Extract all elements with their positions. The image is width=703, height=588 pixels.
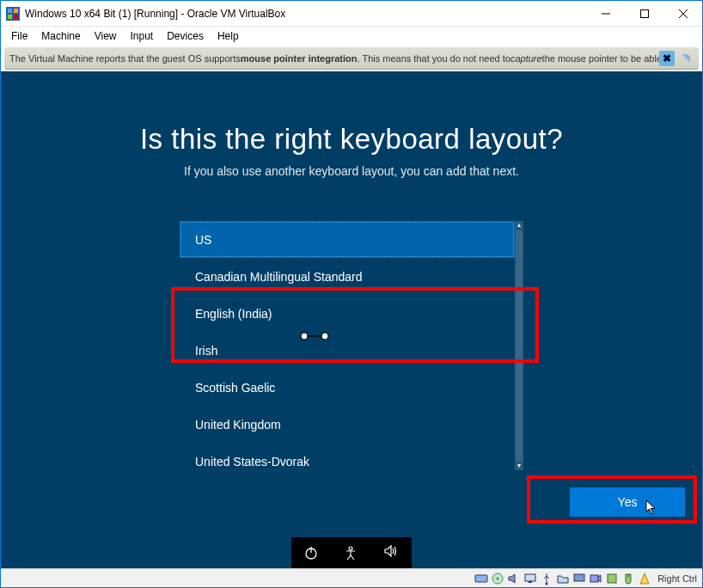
menu-bar: File Machine View Input Devices Help: [1, 27, 702, 46]
status-display-icon[interactable]: [572, 572, 586, 585]
info-dismiss-button[interactable]: ✖: [659, 51, 675, 66]
info-text-italic: capture: [510, 53, 542, 64]
status-network-icon[interactable]: [523, 572, 537, 585]
minimize-button[interactable]: [586, 1, 625, 26]
virtualbox-app-icon: [6, 7, 20, 21]
maximize-button[interactable]: [625, 1, 663, 26]
layout-option-irish[interactable]: Irish: [180, 332, 515, 369]
status-keyboard-icon[interactable]: [638, 572, 651, 585]
layout-option-us[interactable]: US: [180, 221, 515, 258]
window-caption-controls: [586, 1, 702, 26]
status-mouse-icon[interactable]: [621, 572, 635, 585]
accessibility-icon[interactable]: [343, 545, 358, 560]
layout-option-scottish[interactable]: Scottish Gaelic: [180, 369, 515, 406]
menu-machine[interactable]: Machine: [34, 28, 87, 44]
info-text-bold: mouse pointer integration: [241, 53, 358, 64]
svg-rect-1: [8, 9, 12, 13]
status-optical-icon[interactable]: [491, 572, 504, 585]
layout-list-viewport[interactable]: US Canadian Multilingual Standard Englis…: [180, 221, 515, 470]
menu-view[interactable]: View: [88, 28, 124, 44]
oobe-bottom-bar: [291, 537, 412, 568]
close-button[interactable]: [663, 1, 702, 26]
menu-help[interactable]: Help: [211, 28, 246, 44]
title-bar: Windows 10 x64 Bit (1) [Running] - Oracl…: [1, 1, 702, 27]
info-pin-icon[interactable]: [678, 51, 694, 66]
host-key-label: Right Ctrl: [657, 573, 697, 584]
svg-rect-2: [14, 9, 18, 13]
scroll-thumb[interactable]: [516, 230, 523, 461]
status-hdd-icon[interactable]: [474, 572, 488, 585]
svg-rect-19: [529, 581, 532, 583]
svg-rect-4: [14, 15, 18, 19]
svg-point-20: [546, 582, 548, 585]
scroll-up-icon[interactable]: ▴: [515, 221, 523, 230]
info-text-pre: The Virtual Machine reports that the gue…: [9, 53, 241, 64]
window-title: Windows 10 x64 Bit (1) [Running] - Oracl…: [25, 8, 586, 20]
oobe-heading: Is this the right keyboard layout?: [140, 123, 563, 156]
svg-rect-3: [8, 15, 12, 19]
list-scrollbar[interactable]: ▴ ▾: [515, 221, 523, 470]
virtualbox-window: Windows 10 x64 Bit (1) [Running] - Oracl…: [0, 0, 703, 588]
svg-rect-23: [608, 574, 616, 583]
status-recording-icon[interactable]: [589, 572, 602, 585]
status-cpu-icon[interactable]: [605, 572, 619, 585]
integration-info-bar: The Virtual Machine reports that the gue…: [4, 47, 699, 70]
layout-option-uk[interactable]: United Kingdom: [180, 406, 515, 443]
svg-rect-18: [525, 574, 535, 581]
power-icon[interactable]: [303, 545, 319, 560]
scroll-down-icon[interactable]: ▾: [515, 462, 523, 470]
menu-input[interactable]: Input: [124, 28, 161, 44]
layout-option-us-dvorak[interactable]: United States-Dvorak: [180, 443, 515, 470]
status-usb-icon[interactable]: [540, 572, 553, 585]
layout-option-english-india[interactable]: English (India): [180, 295, 515, 332]
svg-point-17: [497, 577, 499, 579]
oobe-subtitle: If you also use another keyboard layout,…: [184, 164, 519, 178]
oobe-content: Is this the right keyboard layout? If yo…: [1, 71, 702, 537]
keyboard-layout-list: US Canadian Multilingual Standard Englis…: [180, 221, 523, 470]
status-shared-folders-icon[interactable]: [556, 572, 570, 585]
svg-rect-15: [475, 575, 487, 582]
svg-point-14: [349, 547, 352, 550]
vbox-status-bar: Right Ctrl: [1, 568, 702, 587]
svg-rect-22: [590, 575, 598, 582]
guest-screen: Is this the right keyboard layout? If yo…: [1, 71, 702, 568]
layout-option-canadian[interactable]: Canadian Multilingual Standard: [180, 258, 515, 295]
info-text-end: the mouse pointer to be able to: [542, 53, 673, 64]
svg-rect-6: [640, 9, 648, 17]
menu-devices[interactable]: Devices: [160, 28, 211, 44]
info-text-mid: . This means that you do not need to: [358, 53, 510, 64]
svg-rect-21: [574, 574, 584, 581]
status-audio-icon[interactable]: [507, 572, 521, 585]
volume-icon[interactable]: [382, 542, 400, 563]
menu-file[interactable]: File: [4, 28, 34, 44]
yes-button[interactable]: Yes: [570, 487, 685, 517]
